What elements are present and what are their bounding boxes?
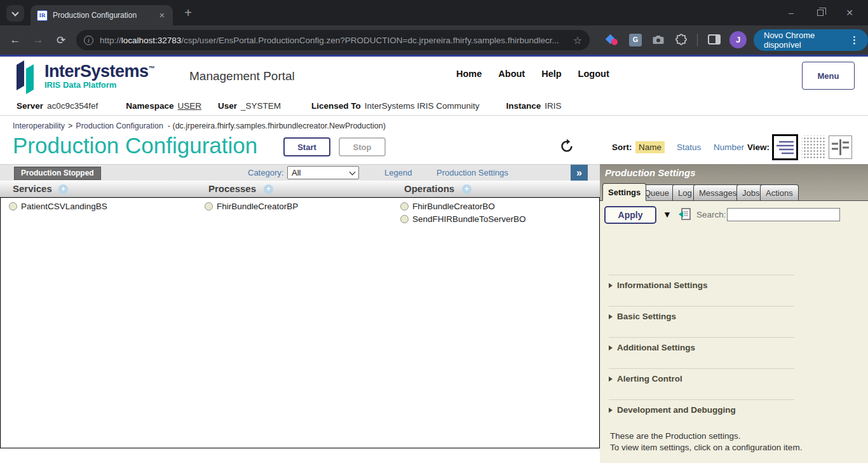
section-basic-settings[interactable]: Basic Settings [609,306,794,321]
menu-button[interactable]: Menu [802,62,855,90]
view-grid-icon[interactable] [802,135,826,160]
address-bar[interactable]: i http://localhost:32783/csp/user/EnsPor… [76,30,590,50]
tab-actions[interactable]: Actions [760,184,799,201]
config-item-label: FhirBundleCreatorBP [217,202,298,211]
panel-help-text: These are the Production settings. To vi… [610,431,802,453]
breadcrumb-interoperability-link[interactable]: Interoperability [13,121,65,130]
sort-by-status[interactable]: Status [674,141,704,153]
browser-tab[interactable]: IR Production Configuration × [31,5,173,25]
nav-logout-link[interactable]: Logout [578,69,609,79]
user-info: User_SYSTEM [218,101,281,111]
intersystems-logo: InterSystems™ IRIS Data Platform [15,60,154,94]
category-value: All [292,168,350,177]
section-additional-settings[interactable]: Additional Settings [609,337,794,352]
section-arrow-icon [609,408,613,413]
camera-icon[interactable] [652,34,665,46]
namespace-link[interactable]: USER [177,101,201,111]
search-input[interactable] [727,208,840,221]
config-item-label: FhirBundleCreatorBO [412,202,495,211]
url-scheme: http:// [100,36,121,45]
search-label: Search: [696,210,726,219]
section-arrow-icon [609,345,613,350]
expand-panel-button[interactable]: » [571,165,588,181]
config-item-label: SendFHIRBundleToServerBO [412,214,526,224]
bookmark-star-icon[interactable]: ☆ [573,34,582,46]
add-service-button[interactable]: + [58,184,68,194]
tab-title: Production Configuration [53,11,156,20]
panel-help-line2: To view item settings, click on a config… [610,442,802,453]
view-list-icon[interactable] [772,134,798,160]
operations-column-header: Operations [404,183,454,194]
apply-button[interactable]: Apply [604,206,656,224]
settings-dropdown-icon[interactable]: ▼ [663,209,672,219]
add-operation-button[interactable]: + [462,184,471,194]
forward-icon[interactable]: → [29,31,47,49]
status-circle-icon [205,202,213,211]
new-tab-button[interactable]: + [179,6,197,21]
side-panel-icon[interactable] [708,34,721,45]
legend-link[interactable]: Legend [384,168,412,177]
production-settings-link[interactable]: Production Settings [437,168,508,177]
panel-tabs: Settings Queue Log Messages Jobs Actions [600,181,868,201]
more-menu-icon[interactable]: ⋮ [844,34,864,46]
namespace-info: NamespaceUSER [126,101,201,111]
brand-tagline: IRIS Data Platform [44,80,154,90]
server-info-bar: Serverac0c9c354fef NamespaceUSER User_SY… [0,97,868,116]
config-item-operation[interactable]: SendFHIRBundleToServerBO [400,212,526,225]
status-circle-icon [9,202,17,211]
extension-icon[interactable] [606,34,619,46]
profile-avatar[interactable]: J [729,31,747,48]
add-process-button[interactable]: + [264,184,273,194]
config-item-process[interactable]: FhirBundleCreatorBP [205,200,298,212]
translate-icon[interactable]: G [629,34,642,46]
minimize-window-icon[interactable]: – [776,0,806,25]
config-item-label: PatientCSVLandingBS [21,202,107,211]
start-button[interactable]: Start [283,137,330,156]
status-circle-icon [400,202,409,211]
tab-search-button[interactable] [6,5,24,22]
tab-messages[interactable]: Messages [693,184,742,201]
panel-title: Production Settings [605,167,696,178]
url-text: http://localhost:32783/csp/user/EnsPorta… [100,36,573,45]
view-split-icon[interactable] [829,135,852,159]
panel-help-line1: These are the Production settings. [610,431,802,442]
portal-header: InterSystems™ IRIS Data Platform Managem… [0,57,868,97]
toolbar-divider [697,34,698,46]
stop-button[interactable]: Stop [339,137,386,156]
category-select[interactable]: All [287,166,359,179]
intersystems-logo-icon [15,60,38,94]
export-settings-icon[interactable] [678,207,691,224]
section-alerting-control[interactable]: Alerting Control [609,368,794,384]
extensions-puzzle-icon[interactable] [675,34,688,46]
sort-by-name[interactable]: Name [635,141,665,153]
section-development-debugging[interactable]: Development and Debugging [609,399,794,415]
nav-home-link[interactable]: Home [456,69,482,79]
config-item-service[interactable]: PatientCSVLandingBS [9,200,107,212]
site-info-icon[interactable]: i [84,36,93,45]
browser-toolbar: ← → ⟳ i http://localhost:32783/csp/user/… [0,25,868,55]
chrome-update-button[interactable]: Novo Chrome disponível ⋮ [754,29,868,51]
close-window-icon[interactable]: ✕ [835,0,864,25]
nav-about-link[interactable]: About [498,69,525,79]
reload-icon[interactable]: ⟳ [52,31,70,49]
back-icon[interactable]: ← [6,31,24,49]
config-item-operation[interactable]: FhirBundleCreatorBO [400,200,495,212]
sort-by-number[interactable]: Number [710,141,747,153]
restore-window-icon[interactable] [806,0,835,25]
view-label: View: [747,142,770,152]
section-informational-settings[interactable]: Informational Settings [609,275,794,290]
refresh-icon[interactable] [559,139,574,154]
brand-name: InterSystems™ [44,60,154,80]
instance-info: InstanceIRIS [506,101,562,111]
close-tab-icon[interactable]: × [156,10,168,21]
breadcrumb-production-class: - (dc.jrpereira.fhirfy.samples.fhirbundl… [168,121,386,130]
section-arrow-icon [609,283,613,288]
breadcrumb-production-config-link[interactable]: Production Configuration [76,121,163,130]
services-column-header: Services [13,183,52,194]
tab-settings[interactable]: Settings [602,183,646,201]
portal-nav: Home About Help Logout [456,69,609,79]
nav-help-link[interactable]: Help [541,69,561,79]
production-toolbar: Production Stopped Category: All Legend … [0,164,600,181]
license-info: Licensed ToInterSystems IRIS Community [311,101,480,111]
window-controls: – ✕ [776,0,864,25]
